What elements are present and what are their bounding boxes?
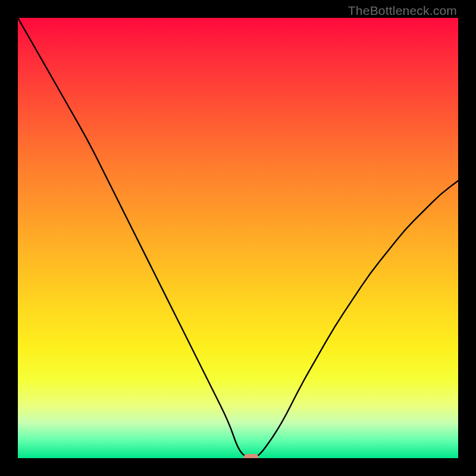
minimum-marker (243, 454, 259, 458)
chart-frame: TheBottleneck.com (0, 0, 476, 476)
plot-area (18, 18, 458, 458)
bottleneck-curve (18, 18, 458, 458)
curve-path (18, 18, 458, 458)
attribution-label: TheBottleneck.com (348, 4, 457, 18)
